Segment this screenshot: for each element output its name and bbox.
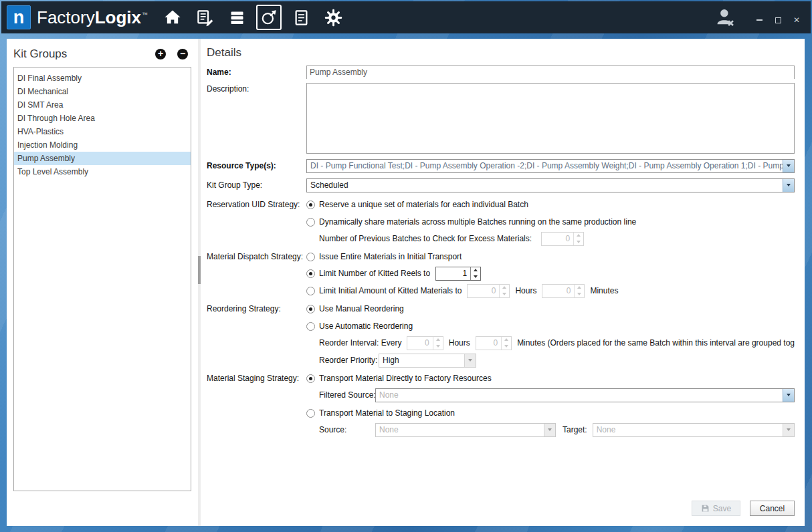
brand-light: Factory [37, 7, 95, 27]
spinner-arrows-icon[interactable] [501, 337, 511, 350]
chevron-down-icon[interactable] [783, 389, 794, 402]
reorder-interval-minutes-value: 0 [476, 337, 501, 350]
resource-types-row: Resource Type(s): DI - Pump Functional T… [207, 158, 795, 173]
kit-group-item[interactable]: HVA-Plastics [14, 125, 191, 138]
reorder-interval-row: Reorder Interval: Every 0 Hours 0 Minute… [207, 336, 795, 350]
reorder-interval-hours-spinner[interactable]: 0 [407, 336, 443, 350]
limit-initial-hours-spinner[interactable]: 0 [467, 284, 510, 298]
chevron-down-icon [783, 424, 794, 436]
name-label: Name: [207, 68, 306, 77]
spinner-arrows-icon[interactable] [574, 285, 584, 297]
description-row: Description: [207, 83, 795, 155]
limit-reels-spinner[interactable]: 1 [435, 267, 481, 281]
reorder-priority-value: High [379, 354, 464, 367]
target-combo: None [593, 423, 795, 437]
kit-group-item[interactable]: DI Mechanical [14, 85, 191, 98]
previous-batches-spinner[interactable]: 0 [541, 232, 584, 246]
limit-initial-label: Limit Initial Amount of Kitted Materials… [319, 286, 462, 295]
reserve-unique-radio[interactable] [306, 201, 315, 209]
production-icon[interactable] [192, 5, 217, 30]
staging-row-2: Transport Material to Staging Location [207, 406, 795, 420]
reservation-row-2: Dynamically share materials across multi… [207, 215, 795, 229]
transport-direct-radio[interactable] [306, 374, 315, 383]
limit-reels-value: 1 [436, 267, 470, 280]
app-logo: n [7, 5, 31, 29]
filtered-source-combo[interactable]: None [375, 388, 795, 402]
add-kit-group-button[interactable]: + [155, 49, 166, 59]
description-input[interactable] [306, 83, 795, 154]
transport-staging-radio[interactable] [306, 409, 315, 418]
kit-group-item[interactable]: Top Level Assembly [14, 165, 191, 178]
manual-reordering-radio[interactable] [306, 305, 315, 313]
reservation-strategy-label: Reservation UID Strategy: [207, 200, 306, 209]
logout-user-icon[interactable] [714, 7, 736, 28]
details-pane: Details Name: Description: Resource Type… [201, 39, 805, 526]
spinner-arrows-icon[interactable] [433, 337, 443, 350]
chevron-down-icon[interactable] [783, 160, 794, 172]
issue-entire-label: Issue Entire Materials in Initial Transp… [319, 252, 462, 261]
source-label: Source: [319, 425, 375, 434]
save-button[interactable]: Save [692, 501, 740, 516]
name-input[interactable] [306, 65, 795, 79]
kit-groups-header: Kit Groups + − [13, 46, 192, 62]
reorder-priority-row: Reorder Priority: High [207, 353, 795, 368]
reordering-row-1: Reordering Strategy: Use Manual Reorderi… [207, 302, 795, 315]
dispatch-row-3: Limit Initial Amount of Kitted Materials… [207, 283, 795, 298]
save-disk-icon [701, 504, 710, 513]
kitting-icon[interactable] [256, 5, 282, 30]
dispatch-row-1: Material Dispatch Strategy: Issue Entire… [207, 250, 795, 263]
details-title: Details [207, 46, 241, 59]
automatic-reordering-label: Use Automatic Reordering [319, 321, 413, 331]
logo-letter: n [13, 7, 25, 28]
maximize-button[interactable] [773, 15, 783, 25]
kit-group-type-label: Kit Group Type: [207, 180, 306, 190]
chevron-down-icon[interactable] [783, 179, 794, 192]
reorder-interval-hours-value: 0 [407, 337, 432, 350]
main-panel: Kit Groups + − DI Final Assembly DI Mech… [7, 39, 805, 526]
dynamic-share-radio[interactable] [306, 218, 315, 227]
transport-staging-label: Transport Material to Staging Location [319, 408, 455, 418]
resource-types-label: Resource Type(s): [207, 161, 306, 170]
limit-initial-minutes-spinner[interactable]: 0 [542, 284, 585, 298]
spinner-arrows-icon[interactable] [470, 267, 480, 280]
automatic-reordering-radio[interactable] [306, 322, 315, 331]
reservation-row-1: Reservation UID Strategy: Reserve a uniq… [207, 198, 795, 211]
resource-types-value: DI - Pump Functional Test;DI - Pump Asse… [307, 160, 783, 172]
kit-group-type-value: Scheduled [307, 179, 783, 192]
remove-kit-group-button[interactable]: − [177, 49, 188, 59]
limit-reels-radio[interactable] [306, 269, 315, 278]
kit-group-type-combo[interactable]: Scheduled [306, 178, 795, 192]
spinner-arrows-icon[interactable] [573, 233, 583, 245]
target-value: None [593, 424, 783, 436]
reorder-priority-label: Reorder Priority: [319, 356, 377, 365]
limit-initial-hours-value: 0 [468, 285, 499, 297]
kit-group-item[interactable]: Injection Molding [14, 138, 191, 152]
minimize-button[interactable] [754, 15, 764, 25]
kit-group-item[interactable]: DI Through Hole Area [14, 112, 191, 125]
resource-types-combo[interactable]: DI - Pump Functional Test;DI - Pump Asse… [306, 159, 795, 173]
settings-icon[interactable] [320, 5, 346, 30]
limit-initial-radio[interactable] [306, 287, 315, 295]
footer-buttons: Save Cancel [692, 501, 795, 516]
reports-icon[interactable] [288, 5, 314, 30]
reorder-interval-label: Reorder Interval: Every [319, 338, 401, 348]
home-icon[interactable] [160, 5, 185, 30]
transport-direct-label: Transport Material Directly to Factory R… [319, 374, 492, 383]
close-button[interactable]: ✕ [792, 15, 801, 25]
kit-group-item[interactable]: DI Final Assembly [14, 72, 191, 85]
issue-entire-radio[interactable] [306, 253, 315, 261]
source-value: None [376, 424, 544, 436]
chevron-down-icon [464, 354, 476, 367]
kit-group-item[interactable]: DI SMT Area [14, 98, 191, 112]
reorder-interval-minutes-spinner[interactable]: 0 [476, 336, 512, 350]
app-window: n FactoryLogix™ [0, 0, 812, 532]
kit-groups-title: Kit Groups [13, 47, 155, 61]
spinner-arrows-icon[interactable] [499, 285, 509, 297]
cancel-button[interactable]: Cancel [750, 501, 795, 516]
materials-icon[interactable] [224, 5, 249, 30]
name-row: Name: [207, 65, 795, 79]
kit-group-item-selected[interactable]: Pump Assembly [14, 152, 191, 165]
limit-reels-label: Limit Number of Kitted Reels to [319, 269, 430, 278]
hours-label: Hours [515, 286, 536, 295]
limit-initial-minutes-value: 0 [542, 285, 574, 297]
